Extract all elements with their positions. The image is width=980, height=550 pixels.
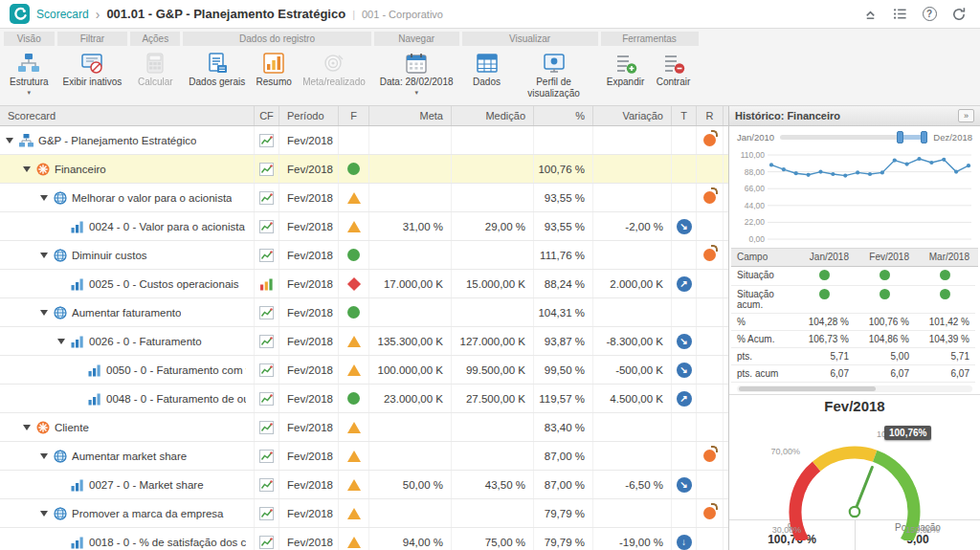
table-row[interactable]: Melhorar o valor para o acionistaFev/201… [0,184,728,212]
table-row[interactable]: 0026 - 0 - FaturamentoFev/2018135.300,00… [0,327,728,356]
tree-collapse-icon[interactable] [40,511,48,517]
periodo-cell: Fev/2018 [279,413,339,441]
tree-collapse-icon[interactable] [6,138,13,143]
panel-collapse-button[interactable]: » [958,109,974,122]
table-row[interactable]: 0024 - 0 - Valor para o acionista (SVA)F… [0,212,728,241]
col-scorecard[interactable]: Scorecard [0,106,255,125]
expandir-button[interactable]: Expandir [603,50,649,90]
breadcrumb-scorecard[interactable]: Scorecard [36,8,89,21]
refresh-icon[interactable] [947,4,970,25]
svg-text:22,00: 22,00 [745,217,766,227]
cf-chart-icon[interactable] [259,507,274,520]
table-row[interactable]: Diminuir custosFev/2018111,76 % [0,241,728,270]
contrair-button[interactable]: Contrair [651,50,697,90]
resumo-button[interactable]: Resumo [251,50,297,90]
meta-cell [369,126,452,154]
dados-button[interactable]: Dados [464,50,510,90]
collapse-topbar-icon[interactable] [858,4,881,25]
meta-cell [369,184,452,211]
tree-collapse-icon[interactable] [23,425,31,430]
indicator-icon [71,277,84,291]
periodo-cell: Fev/2018 [279,126,339,154]
cf-color-chart-icon[interactable] [259,277,274,291]
variacao-cell [593,126,672,154]
col-variacao[interactable]: Variação [593,106,672,125]
table-row[interactable]: Promover a marca da empresaFev/201879,79… [0,499,728,528]
col-cf[interactable]: CF [255,106,279,125]
cf-chart-icon[interactable] [259,134,274,147]
history-value-cell: 100,76 % [855,314,915,331]
bomb-icon[interactable] [703,450,716,462]
col-periodo[interactable]: Período [279,106,339,125]
app-logo [10,4,30,24]
cf-chart-icon[interactable] [259,249,274,262]
table-row[interactable]: ClienteFev/201883,40 % [0,413,728,442]
cf-chart-icon[interactable] [259,536,274,549]
slider-handle-end[interactable] [921,131,927,143]
tree-collapse-icon[interactable] [40,453,48,459]
cf-chart-icon[interactable] [259,421,274,434]
indicator-icon [88,392,101,406]
history-scrollbar[interactable] [737,385,972,392]
history-value-cell: 104,39 % [915,331,975,348]
scorecard-name-cell: Promover a marca da empresa [0,499,255,527]
objective-icon [54,306,67,319]
exibir-inativos-button[interactable]: Exibir inativos [59,50,126,90]
data-button[interactable]: Data: 28/02/2018 ▾ [376,50,457,97]
col-pct[interactable]: % [534,106,593,125]
cf-chart-icon[interactable] [259,478,274,492]
tree-collapse-icon[interactable] [40,195,48,201]
medicao-cell: 127.000,00 K [452,327,534,355]
table-row[interactable]: Aumentar faturamentoFev/2018104,31 % [0,298,728,327]
history-value-cell [794,286,855,314]
perfil-visualizacao-button[interactable]: Perfil de visualização [512,50,596,100]
trend-cell [672,413,697,441]
estrutura-button[interactable]: Estrutura ▾ [6,50,53,97]
view-profile-icon [543,52,566,75]
cf-chart-icon[interactable] [259,363,274,377]
cf-chart-icon[interactable] [259,450,274,463]
status-yellow-icon [347,192,361,204]
table-row[interactable]: 0018 - 0 - % de satisfação dos clientesF… [0,528,728,550]
slider-handle-start[interactable] [897,131,903,143]
tree-collapse-icon[interactable] [40,253,48,258]
table-row[interactable]: FinanceiroFev/2018100,76 % [0,155,728,184]
bomb-icon[interactable] [703,249,716,261]
medicao-cell: 15.000,00 K [452,270,534,297]
tree-collapse-icon[interactable] [23,166,31,172]
calcular-button: Calcular [132,50,178,90]
menu-icon[interactable] [888,4,911,25]
cf-chart-icon[interactable] [259,163,274,176]
tree-collapse-icon[interactable] [57,339,65,344]
slider-track[interactable] [780,135,927,140]
status-green-icon [347,249,360,261]
cf-chart-icon[interactable] [259,220,274,233]
table-row[interactable]: G&P - Planejamento EstratégicoFev/2018 [0,126,728,155]
cf-chart-icon[interactable] [259,392,274,406]
table-row[interactable]: Aumentar market shareFev/201887,00 % [0,442,728,471]
table-row[interactable]: 0025 - 0 - Custos operacionaisFev/201817… [0,270,728,298]
tree-collapse-icon[interactable] [40,310,48,316]
col-medicao[interactable]: Medição [452,106,534,125]
cf-chart-icon[interactable] [259,191,274,205]
col-f[interactable]: F [339,106,369,125]
help-icon[interactable]: ? [918,4,941,25]
status-yellow-icon [347,364,361,376]
bomb-icon[interactable] [703,134,716,146]
variacao-cell: -19,00 % [593,528,672,550]
history-scrollbar-thumb[interactable] [739,386,876,391]
status-cell [339,327,369,355]
table-row[interactable]: 0027 - 0 - Market shareFev/201850,00 %43… [0,471,728,499]
col-r[interactable]: R [697,106,724,125]
dados-gerais-button[interactable]: Dados gerais [185,50,249,90]
meta-realizado-button: Meta/realizado [299,50,369,90]
table-row[interactable]: 0048 - 0 - Faturamento de outras fontesF… [0,385,728,413]
cf-chart-icon[interactable] [259,335,274,348]
variacao-cell [593,442,672,470]
cf-chart-icon[interactable] [259,306,274,319]
table-row[interactable]: 0050 - 0 - Faturamento com vendasFev/201… [0,356,728,385]
bomb-icon[interactable] [703,191,716,204]
bomb-icon[interactable] [703,507,716,519]
col-t[interactable]: T [672,106,697,125]
col-meta[interactable]: Meta [369,106,452,125]
